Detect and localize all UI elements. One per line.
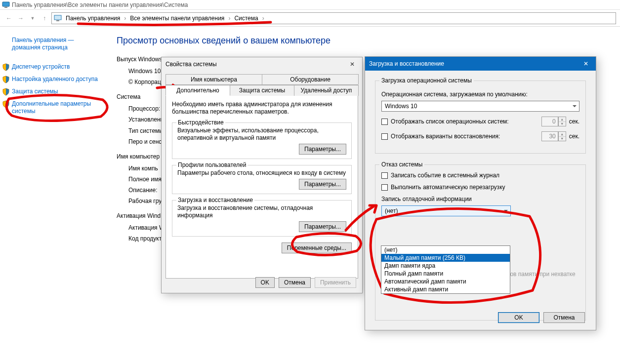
sidebar-link-label: Защита системы <box>12 88 58 95</box>
debug-info-label: Запись отладочной информации <box>381 196 579 202</box>
group-desc: Параметры рабочего стола, относящиеся ко… <box>177 169 346 177</box>
group-title: Загрузка и восстановление <box>176 197 254 203</box>
shield-icon <box>2 88 10 96</box>
spinner-up-icon[interactable]: ▲ <box>559 132 566 137</box>
tab-advanced[interactable]: Дополнительно <box>165 85 230 96</box>
nav-recent-icon[interactable]: ▼ <box>28 13 38 23</box>
ok-button[interactable]: OK <box>498 312 539 323</box>
monitor-icon <box>54 14 62 22</box>
log-event-label: Записать событие в системный журнал <box>391 172 499 179</box>
sidebar-home-link[interactable]: Панель управления — домашняя страница <box>12 37 99 51</box>
page-heading: Просмотр основных сведений о вашем компь… <box>117 36 620 46</box>
ok-button[interactable]: OK <box>255 277 275 288</box>
show-recovery-checkbox[interactable] <box>381 133 388 140</box>
debug-option[interactable]: Дамп памяти ядра <box>381 262 510 270</box>
default-os-value: Windows 10 <box>385 103 417 110</box>
group-title: Быстродействие <box>176 119 225 126</box>
auto-restart-checkbox[interactable] <box>381 184 388 191</box>
tab-advanced-page: Необходимо иметь права администратора дл… <box>165 96 358 279</box>
debug-option[interactable]: (нет) <box>381 246 510 254</box>
debug-info-selected: (нет) <box>385 207 398 214</box>
crumb-0[interactable]: Панель управления <box>65 15 121 22</box>
nav-forward-icon[interactable]: → <box>16 13 26 23</box>
sidebar: Панель управления — домашняя страница Ди… <box>0 27 106 364</box>
debug-info-select[interactable]: (нет) <box>381 205 511 216</box>
address-bar: ← → ▼ ↑ Панель управления › Все элементы… <box>0 10 620 27</box>
sidebar-link-device-manager[interactable]: Диспетчер устройств <box>12 63 99 71</box>
startup-settings-button[interactable]: Параметры... <box>299 221 346 232</box>
shield-icon <box>2 100 10 108</box>
show-recovery-label: Отображать варианты восстановления: <box>391 133 538 140</box>
tab-protection[interactable]: Защита системы <box>230 85 294 96</box>
close-icon[interactable]: ✕ <box>579 59 593 69</box>
sidebar-link-remote[interactable]: Настройка удаленного доступа <box>12 76 99 83</box>
dialog-buttons: OK Отмена Применить <box>255 277 356 288</box>
debug-info-dropdown-list[interactable]: (нет)Малый дамп памяти (256 КВ)Дамп памя… <box>381 245 510 294</box>
log-event-checkbox[interactable] <box>381 172 388 179</box>
dialog-title-text: Свойства системы <box>165 61 217 68</box>
close-icon[interactable]: ✕ <box>345 59 359 69</box>
debug-option[interactable]: Малый дамп памяти (256 КВ) <box>381 254 510 262</box>
crumb-2[interactable]: Система <box>233 15 259 22</box>
group-title: Загрузка операционной системы <box>379 77 474 84</box>
dialog-titlebar[interactable]: Свойства системы ✕ <box>162 57 362 71</box>
tabs-row-bottom: Дополнительно Защита системы Удаленный д… <box>165 85 358 96</box>
environment-variables-button[interactable]: Переменные среды... <box>282 243 352 253</box>
tab-computer-name[interactable]: Имя компьютера <box>165 74 262 84</box>
recovery-seconds-input[interactable] <box>541 131 558 141</box>
breadcrumb[interactable]: Панель управления › Все элементы панели … <box>51 12 616 24</box>
nav-back-icon[interactable]: ← <box>4 13 14 23</box>
cancel-button[interactable]: Отмена <box>279 277 311 288</box>
os-list-seconds-spinner[interactable]: ▲▼ <box>541 117 566 126</box>
cancel-button[interactable]: Отмена <box>543 312 585 323</box>
boot-group: Загрузка операционной системы Операционн… <box>375 81 586 154</box>
group-title: Отказ системы <box>379 161 424 168</box>
nav-up-icon[interactable]: ↑ <box>40 13 49 23</box>
seconds-suffix: сек. <box>569 133 579 140</box>
show-os-list-checkbox[interactable] <box>381 119 388 125</box>
crumb-1[interactable]: Все элементы панели управления <box>129 15 225 22</box>
tabs-row-top: Имя компьютера Оборудование <box>165 74 358 85</box>
sidebar-link-label: Настройка удаленного доступа <box>12 76 98 82</box>
shield-icon <box>2 76 10 83</box>
group-title: Профили пользователей <box>176 162 248 168</box>
auto-restart-label: Выполнить автоматическую перезагрузку <box>391 184 505 191</box>
group-desc: Загрузка и восстановление системы, отлад… <box>177 204 346 219</box>
chevron-right-icon: › <box>225 15 233 22</box>
sidebar-link-label: Дополнительные параметры системы <box>12 100 91 115</box>
admin-note: Необходимо иметь права администратора дл… <box>172 101 352 116</box>
default-os-label: Операционная система, загружаемая по умо… <box>381 91 579 98</box>
profiles-settings-button[interactable]: Параметры... <box>299 179 346 190</box>
startup-group: Загрузка и восстановление Загрузка и вос… <box>172 200 352 237</box>
dialog-buttons: OK Отмена <box>498 312 585 323</box>
system-properties-dialog: Свойства системы ✕ Имя компьютера Оборуд… <box>161 57 363 293</box>
performance-group: Быстродействие Визуальные эффекты, испол… <box>172 122 352 159</box>
debug-option[interactable]: Автоматический дамп памяти <box>381 278 510 285</box>
performance-settings-button[interactable]: Параметры... <box>299 144 346 155</box>
shield-icon <box>2 63 10 71</box>
svg-rect-0 <box>2 2 9 6</box>
sidebar-link-label: Диспетчер устройств <box>12 63 70 70</box>
seconds-suffix: сек. <box>569 118 579 125</box>
default-os-select[interactable]: Windows 10 <box>381 101 579 112</box>
os-list-seconds-input[interactable] <box>541 117 558 126</box>
system-icon <box>2 1 10 9</box>
dialog-titlebar[interactable]: Загрузка и восстановление ✕ <box>365 57 596 71</box>
svg-rect-1 <box>4 7 7 8</box>
chevron-right-icon: › <box>259 15 267 22</box>
group-desc: Визуальные эффекты, использование процес… <box>177 127 346 142</box>
sidebar-link-advanced[interactable]: Дополнительные параметры системы <box>12 100 99 115</box>
spinner-down-icon[interactable]: ▼ <box>559 137 566 141</box>
sidebar-link-protection[interactable]: Защита системы <box>12 88 99 95</box>
spinner-down-icon[interactable]: ▼ <box>559 122 566 126</box>
apply-button[interactable]: Применить <box>315 277 356 288</box>
tab-hardware[interactable]: Оборудование <box>262 74 359 84</box>
tab-remote[interactable]: Удаленный доступ <box>294 85 359 96</box>
debug-option[interactable]: Активный дамп памяти <box>381 285 510 293</box>
recovery-seconds-spinner[interactable]: ▲▼ <box>541 131 566 141</box>
spinner-up-icon[interactable]: ▲ <box>559 117 566 122</box>
debug-option[interactable]: Полный дамп памяти <box>381 270 510 278</box>
window-titlebar: Панель управления\Все элементы панели уп… <box>0 0 620 10</box>
failure-group: Отказ системы Записать событие в системн… <box>375 164 586 321</box>
svg-rect-3 <box>56 20 59 21</box>
